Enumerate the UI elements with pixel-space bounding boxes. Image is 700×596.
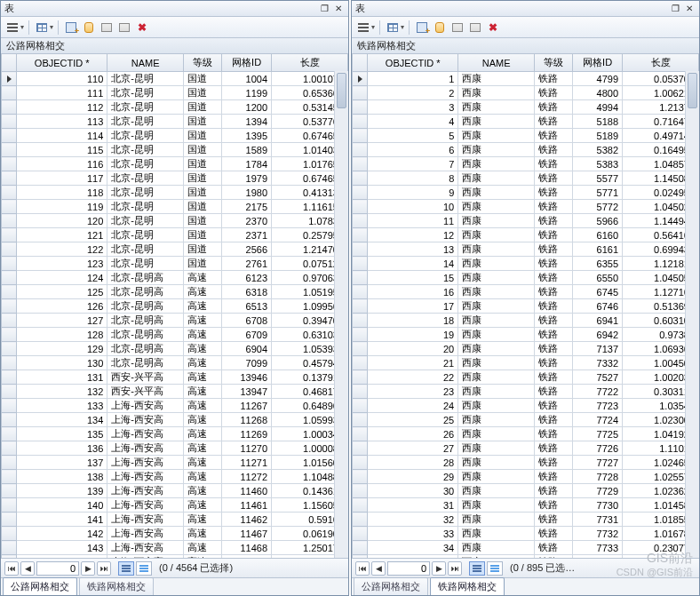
row-selector[interactable] [2, 427, 17, 441]
table-row[interactable]: 21西康铁路73321.004505 [353, 356, 699, 370]
row-selector[interactable] [353, 242, 368, 257]
vertical-scrollbar[interactable] [685, 71, 699, 558]
table-row[interactable]: 136上海-西安高高速112701.000081 [2, 441, 348, 456]
row-selector[interactable] [2, 200, 17, 214]
row-selector[interactable] [353, 413, 368, 427]
row-selector[interactable] [2, 271, 17, 285]
row-selector[interactable] [2, 498, 17, 513]
table-row[interactable]: 1西康铁路47990.053709 [353, 72, 699, 86]
last-record-button[interactable]: ⏭ [448, 561, 462, 576]
table-row[interactable]: 124北京-昆明高高速61230.970637 [2, 271, 348, 285]
table-row[interactable]: 32西康铁路77311.018552 [353, 513, 699, 527]
table-row[interactable]: 10西康铁路57721.045021 [353, 200, 699, 214]
table-row[interactable]: 23西康铁路77220.303114 [353, 385, 699, 399]
current-record-input[interactable] [36, 561, 79, 576]
menu-button[interactable] [4, 20, 20, 36]
tab-rail-grid[interactable]: 铁路网格相交 [430, 577, 505, 595]
row-selector[interactable] [353, 541, 368, 555]
row-selector[interactable] [2, 370, 17, 385]
table-row[interactable]: 135上海-西安高高速112691.000343 [2, 427, 348, 441]
table-row[interactable]: 12西康铁路61600.564165 [353, 228, 699, 242]
row-selector[interactable] [353, 200, 368, 214]
row-selector[interactable] [353, 456, 368, 470]
column-header[interactable]: 网格ID [222, 54, 272, 72]
data-grid[interactable]: OBJECTID * NAME 等级 网格ID 长度 110北京-昆明国道100… [1, 54, 348, 558]
table-row[interactable]: 4西康铁路51880.716478 [353, 115, 699, 129]
row-selector[interactable] [2, 115, 17, 129]
table-row[interactable]: 3西康铁路49941.21372 [353, 100, 699, 115]
row-selector[interactable] [353, 271, 368, 285]
row-selector[interactable] [2, 541, 17, 555]
switch-selection-button[interactable] [116, 20, 132, 36]
table-row[interactable]: 138上海-西安高高速112721.104882 [2, 470, 348, 484]
table-row[interactable]: 9西康铁路57710.024959 [353, 186, 699, 200]
row-selector[interactable] [353, 356, 368, 370]
column-header[interactable]: 等级 [535, 54, 573, 72]
row-selector[interactable] [2, 484, 17, 498]
row-selector[interactable] [2, 129, 17, 143]
row-selector[interactable] [2, 100, 17, 115]
table-row[interactable]: 142上海-西安高高速114670.061904 [2, 527, 348, 541]
row-selector[interactable] [353, 470, 368, 484]
row-selector[interactable] [353, 527, 368, 541]
restore-icon[interactable]: ❐ [318, 3, 330, 15]
table-row[interactable]: 130北京-昆明高高速70990.457945 [2, 356, 348, 370]
table-row[interactable]: 31西康铁路77301.014584 [353, 498, 699, 513]
row-selector[interactable] [2, 242, 17, 257]
row-selector[interactable] [353, 129, 368, 143]
table-row[interactable]: 14西康铁路63551.121813 [353, 257, 699, 271]
table-row[interactable]: 126北京-昆明高高速65131.099567 [2, 299, 348, 314]
row-selector[interactable] [2, 86, 17, 100]
table-row[interactable]: 128北京-昆明高高速67090.631034 [2, 328, 348, 342]
row-selector[interactable] [2, 342, 17, 356]
row-selector[interactable] [353, 399, 368, 413]
table-row[interactable]: 17西康铁路67460.513692 [353, 299, 699, 314]
row-selector[interactable] [353, 115, 368, 129]
row-selector[interactable] [353, 100, 368, 115]
table-options-button[interactable] [385, 20, 401, 36]
table-row[interactable]: 120北京-昆明国道23701.07831 [2, 214, 348, 228]
table-row[interactable]: 143上海-西安高高速114681.250172 [2, 541, 348, 555]
row-selector[interactable] [353, 157, 368, 171]
menu-button[interactable] [355, 20, 371, 36]
table-row[interactable]: 113北京-昆明国道13940.537765 [2, 115, 348, 129]
row-selector-header[interactable] [353, 54, 368, 72]
row-selector[interactable] [353, 441, 368, 456]
row-selector[interactable] [2, 413, 17, 427]
related-tables-button[interactable] [432, 20, 448, 36]
clear-selection-button[interactable]: ✖ [134, 20, 150, 36]
table-row[interactable]: 141上海-西安高高速114620.59167 [2, 513, 348, 527]
table-row[interactable]: 28西康铁路77271.024658 [353, 456, 699, 470]
table-row[interactable]: 139上海-西安高高速114600.143612 [2, 484, 348, 498]
table-row[interactable]: 122北京-昆明国道25661.214701 [2, 242, 348, 257]
table-row[interactable]: 22西康铁路75271.002038 [353, 370, 699, 385]
table-row[interactable]: 131西安-兴平高高速139460.137918 [2, 370, 348, 385]
row-selector[interactable] [2, 143, 17, 157]
row-selector[interactable] [353, 143, 368, 157]
row-selector[interactable] [2, 399, 17, 413]
table-row[interactable]: 5西康铁路51890.497145 [353, 129, 699, 143]
table-row[interactable]: 112北京-昆明国道12000.531453 [2, 100, 348, 115]
table-row[interactable]: 111北京-昆明国道11990.653665 [2, 86, 348, 100]
row-selector[interactable] [2, 441, 17, 456]
table-row[interactable]: 15西康铁路65501.045058 [353, 271, 699, 285]
row-selector[interactable] [2, 328, 17, 342]
row-selector[interactable] [2, 214, 17, 228]
clear-selection-button[interactable]: ✖ [485, 20, 501, 36]
table-row[interactable]: 6西康铁路53820.164957 [353, 143, 699, 157]
table-row[interactable]: 137上海-西安高高速112711.015604 [2, 456, 348, 470]
column-header[interactable]: OBJECTID * [368, 54, 458, 72]
table-row[interactable]: 13西康铁路61610.699434 [353, 242, 699, 257]
table-row[interactable]: 24西康铁路77231.03542 [353, 399, 699, 413]
column-header[interactable]: 长度 [623, 54, 699, 72]
select-by-attr-button[interactable] [449, 20, 465, 36]
table-row[interactable]: 116北京-昆明国道17841.017652 [2, 157, 348, 171]
table-row[interactable]: 2西康铁路48001.006219 [353, 86, 699, 100]
column-header[interactable]: 长度 [272, 54, 348, 72]
row-selector[interactable] [2, 314, 17, 328]
chevron-down-icon[interactable]: ▾ [401, 23, 404, 31]
table-row[interactable]: 140上海-西安高高速114611.156054 [2, 498, 348, 513]
row-selector[interactable] [2, 470, 17, 484]
table-row[interactable]: 25西康铁路77241.023006 [353, 413, 699, 427]
next-record-button[interactable]: ▶ [81, 561, 95, 576]
